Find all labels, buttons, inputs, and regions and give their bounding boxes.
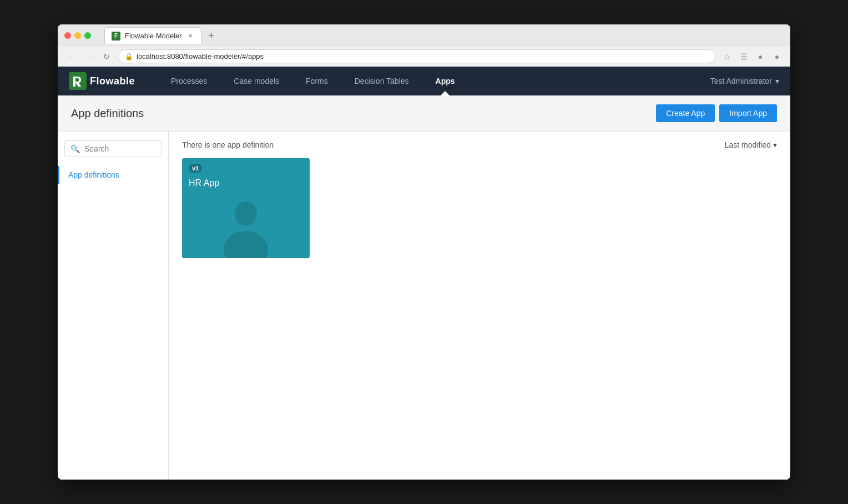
app-card-title: HR App: [182, 178, 310, 193]
header-buttons: Create App Import App: [656, 104, 777, 122]
svg-point-1: [235, 201, 257, 226]
svg-rect-0: [69, 72, 87, 90]
minimize-button[interactable]: [74, 32, 81, 39]
version-badge: v1: [189, 164, 202, 173]
bookmark-button[interactable]: ☆: [720, 50, 734, 63]
app-content: Flowable Processes Case models Forms Dec…: [58, 67, 790, 480]
flowable-logo-icon: [69, 72, 87, 90]
app-card-illustration: [182, 193, 310, 258]
nav-link-forms[interactable]: Forms: [292, 67, 341, 95]
search-box[interactable]: 🔍: [64, 140, 161, 157]
top-nav: Flowable Processes Case models Forms Dec…: [58, 67, 790, 95]
tab-title: Flowable Modeler: [125, 32, 182, 40]
new-tab-button[interactable]: +: [204, 28, 219, 43]
menu-button[interactable]: ☰: [737, 50, 750, 63]
close-button[interactable]: [64, 32, 71, 39]
sort-control[interactable]: Last modified ▾: [725, 140, 777, 149]
tab-favicon: F: [112, 32, 120, 41]
app-card-header: v1: [182, 158, 310, 178]
create-app-button[interactable]: Create App: [656, 104, 715, 122]
content-area: There is one app definition Last modifie…: [169, 132, 790, 480]
sort-label: Last modified: [725, 140, 771, 149]
maximize-button[interactable]: [84, 32, 91, 39]
user-menu[interactable]: Test Administrator ▾: [699, 77, 790, 85]
url-text: localhost:8080/flowable-modeler/#/apps: [137, 52, 264, 61]
url-bar[interactable]: 🔒 localhost:8080/flowable-modeler/#/apps: [118, 49, 716, 63]
browser-window: F Flowable Modeler ✕ + ← → ↻ 🔒 localhost…: [58, 24, 790, 480]
extensions-button[interactable]: ●: [770, 50, 784, 63]
forward-button[interactable]: →: [82, 50, 95, 63]
flowable-logo[interactable]: Flowable: [69, 72, 135, 90]
nav-link-decision-tables[interactable]: Decision Tables: [341, 67, 422, 95]
search-input[interactable]: [84, 144, 155, 153]
address-bar: ← → ↻ 🔒 localhost:8080/flowable-modeler/…: [58, 47, 790, 67]
person-silhouette-icon: [215, 197, 276, 258]
back-button[interactable]: ←: [64, 50, 78, 63]
nav-links: Processes Case models Forms Decision Tab…: [158, 67, 699, 95]
sidebar: 🔍 App definitions: [58, 132, 169, 480]
refresh-button[interactable]: ↻: [100, 50, 113, 63]
cards-grid: v1 HR App: [182, 158, 777, 258]
app-count-text: There is one app definition: [182, 140, 274, 149]
import-app-button[interactable]: Import App: [719, 104, 777, 122]
user-dropdown-icon: ▾: [775, 77, 779, 85]
search-icon: 🔍: [70, 144, 80, 153]
page-header: App definitions Create App Import App: [58, 95, 790, 132]
traffic-lights: [64, 32, 91, 39]
tab-bar: F Flowable Modeler ✕ +: [100, 27, 224, 44]
page-title: App definitions: [71, 107, 144, 120]
sidebar-item-label: App definitions: [68, 170, 119, 179]
title-bar: F Flowable Modeler ✕ +: [58, 24, 790, 47]
svg-point-2: [224, 231, 268, 258]
logo-area: Flowable: [58, 72, 158, 90]
sort-icon: ▾: [773, 140, 777, 149]
main-area: 🔍 App definitions There is one app defin…: [58, 132, 790, 480]
tab-close-button[interactable]: ✕: [186, 32, 194, 40]
browser-tab[interactable]: F Flowable Modeler ✕: [104, 27, 201, 44]
address-actions: ☆ ☰ ● ●: [720, 50, 784, 63]
profile-button[interactable]: ●: [754, 50, 767, 63]
user-name: Test Administrator: [710, 77, 772, 85]
sidebar-item-app-definitions[interactable]: App definitions: [58, 166, 168, 184]
content-header: There is one app definition Last modifie…: [182, 140, 777, 149]
app-card[interactable]: v1 HR App: [182, 158, 310, 258]
nav-link-apps[interactable]: Apps: [422, 67, 468, 95]
nav-link-case-models[interactable]: Case models: [220, 67, 292, 95]
lock-icon: 🔒: [125, 53, 133, 61]
logo-text: Flowable: [90, 75, 135, 87]
nav-link-processes[interactable]: Processes: [158, 67, 220, 95]
